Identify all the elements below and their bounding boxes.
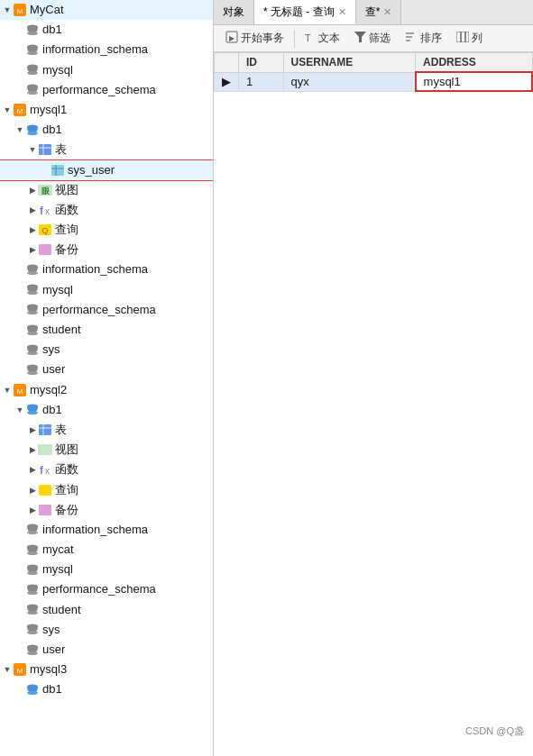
cat-mysql1-views[interactable]: ▶ 眼 视图 bbox=[0, 180, 213, 200]
toggle-mysql2[interactable]: ▼ bbox=[2, 385, 13, 396]
db-mycat-perf-schema[interactable]: performance_schema bbox=[0, 80, 213, 100]
cat-mysql2-funcs[interactable]: ▶ fx 函数 bbox=[0, 460, 213, 479]
sort-label: 排序 bbox=[420, 31, 442, 46]
cat-mysql1-backup-label: 备份 bbox=[55, 241, 78, 258]
db-mysql2-student[interactable]: student bbox=[0, 600, 213, 620]
cat-mysql1-backup[interactable]: ▶ 备份 bbox=[0, 240, 213, 260]
db-mysql3-db1[interactable]: db1 bbox=[0, 679, 213, 699]
db-mysql2-mysql[interactable]: mysql bbox=[0, 560, 213, 579]
watermark: CSDN @Q盏 bbox=[465, 724, 524, 738]
view2-icon bbox=[38, 442, 52, 457]
db-mycat-db1-icon bbox=[25, 23, 40, 37]
begin-transaction-button[interactable]: ▶ 开始事务 bbox=[219, 28, 290, 49]
server-mycat-icon: M bbox=[13, 3, 27, 17]
db-mysql3-db1-icon bbox=[25, 682, 40, 697]
cat-mysql1-tables[interactable]: ▼ 表 bbox=[0, 140, 213, 159]
toolbar: ▶ 开始事务 T 文本 筛选 排序 bbox=[214, 25, 533, 52]
server-mysql2[interactable]: ▼ M mysql2 bbox=[0, 380, 213, 400]
cat-mysql2-tables[interactable]: ▶ 表 bbox=[0, 420, 213, 440]
func-icon: fx bbox=[38, 203, 52, 217]
server-mysql1[interactable]: ▼ M mysql1 bbox=[0, 100, 213, 120]
toggle-mysql2-db1[interactable]: ▼ bbox=[14, 405, 25, 415]
db-mysql2-perf-schema-label: performance_schema bbox=[42, 581, 156, 597]
db-mysql2-db1[interactable]: ▼ db1 bbox=[0, 400, 213, 420]
cat-mysql2-views[interactable]: ▶ 视图 bbox=[0, 440, 213, 460]
data-grid[interactable]: ID USERNAME ADDRESS ▶ 1 qyx mysql1 bbox=[214, 52, 533, 405]
db-mysql2-user-label: user bbox=[42, 642, 65, 658]
svg-point-32 bbox=[27, 311, 38, 314]
db-mysql2-user[interactable]: user bbox=[0, 640, 213, 660]
tab-bar: 对象 * 无标题 - 查询 ✕ 查* ✕ bbox=[214, 0, 533, 25]
db-mysql1-student[interactable]: student bbox=[0, 320, 213, 340]
db-mysql2-info-schema[interactable]: information_schema bbox=[0, 520, 213, 540]
cell-id[interactable]: 1 bbox=[239, 72, 284, 91]
db-mysql1-perf-schema-icon bbox=[25, 303, 40, 317]
cat-mysql2-views-label: 视图 bbox=[55, 442, 78, 458]
db-mycat-info-schema[interactable]: information_schema bbox=[0, 40, 213, 59]
db-mysql1-perf-schema[interactable]: performance_schema bbox=[0, 300, 213, 320]
filter-button[interactable]: 筛选 bbox=[348, 28, 397, 49]
db-mysql1-info-schema[interactable]: information_schema bbox=[0, 260, 213, 279]
tab-objects[interactable]: 对象 bbox=[214, 0, 254, 24]
backup2-icon bbox=[38, 503, 52, 517]
toggle-mycat[interactable]: ▼ bbox=[2, 5, 13, 15]
svg-point-13 bbox=[27, 132, 38, 135]
toggle-mycat-db1[interactable] bbox=[14, 24, 25, 35]
svg-text:x: x bbox=[45, 466, 50, 475]
toggle-mysql1[interactable]: ▼ bbox=[2, 105, 13, 115]
sidebar[interactable]: ▼ M MyCat db1 information_schema bbox=[0, 0, 214, 756]
row-arrow: ▶ bbox=[215, 72, 239, 91]
server-mysql3-label: mysql3 bbox=[30, 661, 67, 678]
table-sys-user[interactable]: sys_user bbox=[0, 160, 213, 180]
tab-query[interactable]: * 无标题 - 查询 ✕ bbox=[254, 0, 356, 24]
db-mysql1-db1-label: db1 bbox=[42, 122, 62, 138]
db-mysql1-user[interactable]: user bbox=[0, 360, 213, 379]
db-mysql1-mysql[interactable]: mysql bbox=[0, 280, 213, 300]
db-mysql1-student-icon bbox=[25, 323, 40, 337]
toggle-mysql3[interactable]: ▼ bbox=[2, 664, 13, 675]
cat-mysql1-funcs-label: 函数 bbox=[55, 202, 78, 218]
db-mysql1-db1[interactable]: ▼ db1 bbox=[0, 120, 213, 140]
filter-icon bbox=[354, 32, 366, 45]
tab-extra-close[interactable]: ✕ bbox=[383, 6, 391, 18]
cat-mysql2-funcs-label: 函数 bbox=[55, 461, 78, 478]
cell-username[interactable]: qyx bbox=[283, 72, 415, 91]
table-row[interactable]: ▶ 1 qyx mysql1 bbox=[215, 72, 533, 91]
db-mycat-db1[interactable]: db1 bbox=[0, 20, 213, 40]
tab-extra-label: 查* bbox=[365, 5, 381, 20]
cat-mysql1-queries[interactable]: ▶ Q 查询 bbox=[0, 220, 213, 240]
svg-rect-50 bbox=[39, 505, 51, 515]
db-mysql2-sys[interactable]: sys bbox=[0, 620, 213, 640]
server-mysql3-icon: M bbox=[13, 662, 27, 677]
col-header-id[interactable]: ID bbox=[239, 53, 284, 73]
db-mysql1-sys[interactable]: sys bbox=[0, 340, 213, 360]
col-header-address[interactable]: ADDRESS bbox=[416, 53, 532, 73]
svg-text:M: M bbox=[17, 7, 23, 15]
svg-point-36 bbox=[27, 351, 38, 355]
cat-mysql2-backup[interactable]: ▶ 备份 bbox=[0, 500, 213, 520]
db-mysql2-perf-schema[interactable]: performance_schema bbox=[0, 579, 213, 599]
server-mysql3[interactable]: ▼ M mysql3 bbox=[0, 660, 213, 679]
cat-mysql1-funcs[interactable]: ▶ fx 函数 bbox=[0, 200, 213, 220]
sort-button[interactable]: 排序 bbox=[399, 28, 448, 49]
db-mysql2-mycat[interactable]: mycat bbox=[0, 540, 213, 560]
svg-point-64 bbox=[27, 651, 38, 655]
text-button[interactable]: T 文本 bbox=[299, 28, 346, 49]
db-mysql1-user-label: user bbox=[42, 361, 65, 378]
tab-extra[interactable]: 查* ✕ bbox=[356, 0, 402, 24]
toggle-mysql1-db1[interactable]: ▼ bbox=[14, 124, 25, 135]
col-header-username[interactable]: USERNAME bbox=[283, 53, 415, 73]
func2-icon: fx bbox=[38, 462, 52, 477]
svg-point-60 bbox=[27, 611, 38, 615]
toggle-mysql1-tables[interactable]: ▼ bbox=[27, 144, 38, 155]
svg-text:眼: 眼 bbox=[41, 187, 51, 196]
cell-address[interactable]: mysql1 bbox=[416, 72, 532, 91]
tab-query-label: * 无标题 - 查询 bbox=[263, 5, 335, 20]
server-mycat[interactable]: ▼ M MyCat bbox=[0, 0, 213, 20]
columns-button[interactable]: 列 bbox=[450, 28, 489, 49]
db-mycat-mysql[interactable]: mysql bbox=[0, 60, 213, 80]
db-mysql3-db1-label: db1 bbox=[42, 681, 62, 697]
query2-icon bbox=[38, 483, 52, 497]
tab-query-close[interactable]: ✕ bbox=[338, 6, 346, 18]
cat-mysql2-queries[interactable]: ▶ 查询 bbox=[0, 480, 213, 500]
